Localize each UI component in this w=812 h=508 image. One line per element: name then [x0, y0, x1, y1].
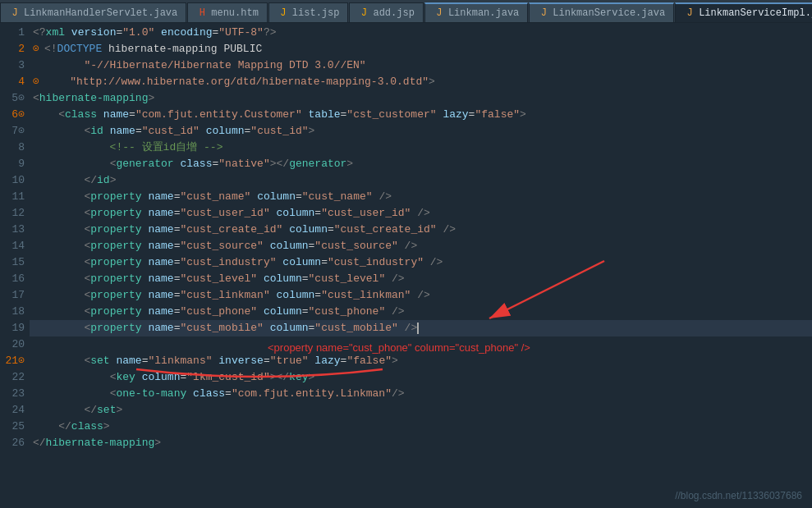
tab-linkman-handler[interactable]: J LinkmanHandlerServlet.java — [0, 2, 186, 22]
code-area: 1 2 3 4 5⊙ 6⊙ 7⊙ 8 9 10 11 12 13 14 15 1… — [0, 23, 812, 508]
tag-1: xml — [46, 25, 65, 41]
code-line-5: <hibernate-mapping> — [30, 90, 812, 107]
line-num-7: 7⊙ — [0, 123, 25, 140]
line-num-19: 19 — [0, 320, 25, 336]
line-num-12: 12 — [0, 205, 25, 222]
tab-bar: J LinkmanHandlerServlet.java H menu.htm … — [0, 0, 812, 23]
line-num-3: 3 — [0, 57, 25, 74]
jsp-icon: J — [278, 7, 289, 19]
line-num-8: 8 — [0, 140, 25, 156]
line-num-26: 26 — [0, 435, 25, 451]
code-line-1: <?xml version="1.0" encoding="UTF-8"?> — [30, 25, 812, 41]
tab-add[interactable]: J add.jsp — [349, 2, 423, 22]
code-line-26: </hibernate-mapping> — [30, 435, 812, 451]
code-content: <?xml version="1.0" encoding="UTF-8"?> ⊙… — [30, 23, 812, 508]
code-line-19: <property name="cust_mobile" column="cus… — [30, 320, 812, 336]
code-line-9: <generator class="native"></generator> — [30, 156, 812, 172]
code-line-15: <property name="cust_industry" column="c… — [30, 254, 812, 271]
code-line-12: <property name="cust_user_id" column="cu… — [30, 205, 812, 222]
code-line-2: ⊙<!DOCTYPE hibernate-mapping PUBLIC — [30, 41, 812, 57]
line-num-6: 6⊙ — [0, 107, 25, 123]
line-numbers: 1 2 3 4 5⊙ 6⊙ 7⊙ 8 9 10 11 12 13 14 15 1… — [0, 23, 30, 508]
marker-4: ⊙ — [33, 74, 41, 90]
tab-linkman-service[interactable]: J LinkmanService.java — [529, 2, 674, 22]
html-icon: H — [196, 7, 208, 19]
line-num-2: 2 — [0, 41, 25, 57]
line-num-14: 14 — [0, 238, 25, 254]
java-icon-4: J — [684, 7, 695, 19]
code-line-3: "-//Hibernate/Hibernate Mapping DTD 3.0/… — [30, 57, 812, 74]
line-num-11: 11 — [0, 189, 25, 205]
line-num-22: 22 — [0, 369, 25, 386]
line-num-4: 4 — [0, 74, 25, 90]
tab-list[interactable]: J list.jsp — [268, 2, 349, 22]
code-line-21: <set name="linkmans" inverse="true" lazy… — [30, 353, 812, 369]
line-num-24: 24 — [0, 402, 25, 419]
line-num-21: 21⊙ — [0, 353, 25, 369]
line-num-16: 16 — [0, 271, 25, 287]
line-num-13: 13 — [0, 222, 25, 238]
java-icon-3: J — [538, 7, 549, 19]
code-line-11: <property name="cust_name" column="cust_… — [30, 189, 812, 205]
tab-linkman-service-impl[interactable]: J LinkmanServiceImpl.java — [675, 2, 812, 22]
code-line-6: <class name="com.fjut.entity.Customer" t… — [30, 107, 812, 123]
line-num-15: 15 — [0, 254, 25, 271]
code-line-25: </class> — [30, 419, 812, 435]
java-icon-2: J — [434, 7, 445, 19]
code-line-24: </set> — [30, 402, 812, 419]
bracket-1: <? — [33, 25, 46, 41]
code-line-16: <property name="cust_level" column="cust… — [30, 271, 812, 287]
line-num-25: 25 — [0, 419, 25, 435]
code-line-10: </id> — [30, 172, 812, 189]
code-line-20 — [30, 336, 812, 353]
line-num-20: 20 — [0, 336, 25, 353]
code-line-17: <property name="cust_linkman" column="cu… — [30, 287, 812, 304]
line-num-23: 23 — [0, 386, 25, 402]
code-line-7: <id name="cust_id" column="cust_id"> — [30, 123, 812, 140]
line-num-10: 10 — [0, 172, 25, 189]
tab-menu[interactable]: H menu.htm — [187, 2, 268, 22]
line-num-17: 17 — [0, 287, 25, 304]
code-line-8: <!-- 设置id自增 --> — [30, 140, 812, 156]
text-cursor — [417, 323, 419, 334]
code-line-22: <key column="lkm_cust_id"></key> — [30, 369, 812, 386]
java-icon: J — [9, 7, 21, 19]
line-num-9: 9 — [0, 156, 25, 172]
line-num-18: 18 — [0, 304, 25, 320]
marker-2: ⊙ — [33, 41, 41, 57]
line-num-5: 5⊙ — [0, 90, 25, 107]
watermark: //blog.csdn.net/11336037686 — [675, 490, 802, 501]
code-line-14: <property name="cust_source" column="cus… — [30, 238, 812, 254]
tab-linkman[interactable]: J Linkman.java — [424, 2, 528, 22]
code-line-13: <property name="cust_create_id" column="… — [30, 222, 812, 238]
code-line-23: <one-to-many class="com.fjut.entity.Link… — [30, 386, 812, 402]
code-line-4: ⊙ "http://www.hibernate.org/dtd/hibernat… — [30, 74, 812, 90]
jsp-icon-2: J — [358, 7, 369, 19]
line-num-1: 1 — [0, 25, 25, 41]
code-line-18: <property name="cust_phone" column="cust… — [30, 304, 812, 320]
editor-container: J LinkmanHandlerServlet.java H menu.htm … — [0, 0, 812, 508]
